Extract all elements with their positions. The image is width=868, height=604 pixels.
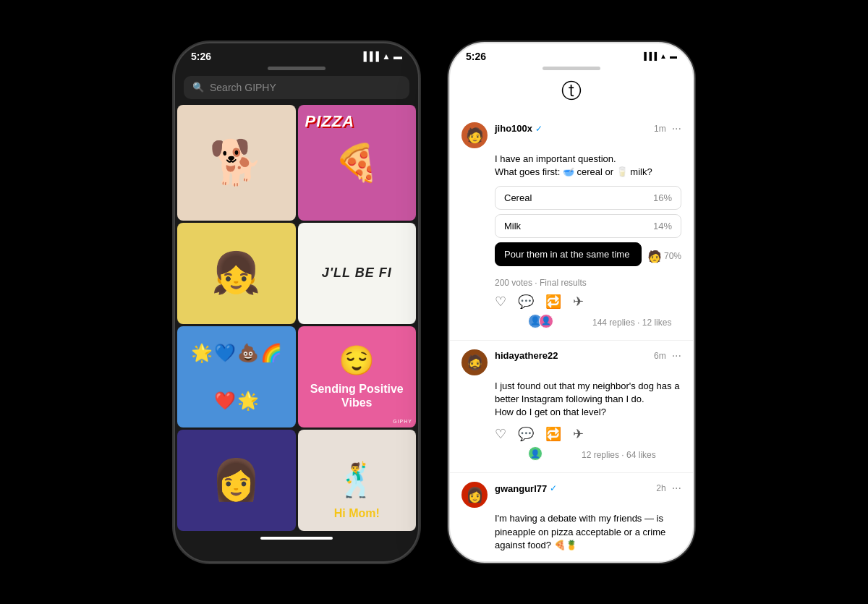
emoji6: 🌟	[237, 391, 259, 411]
time-2: 6m	[654, 351, 666, 361]
emoji3: 💩	[237, 343, 259, 363]
gif-woman[interactable]: 👩	[177, 430, 296, 531]
threads-logo-icon: ⓣ	[561, 77, 582, 105]
wifi-icon: ▲	[382, 51, 391, 61]
signal-icon: ▐▐▐	[361, 51, 380, 61]
poll-pct-milk: 14%	[653, 221, 672, 231]
more-icon-2[interactable]: ···	[672, 349, 681, 362]
username-row-3: gwangurl77 ✓	[495, 483, 557, 494]
gif-sending[interactable]: 😌 Sending Positive Vibes GIPHY	[298, 326, 417, 428]
book-text: J'LL BE FI	[322, 265, 392, 281]
poll-votes-1: 200 votes · Final results	[495, 278, 681, 288]
username-1[interactable]: jiho100x	[495, 123, 532, 134]
poll-1: Cereal 16% Milk 14% Pour them in at the …	[495, 186, 681, 271]
thread-stats-row-1: 👤 👤 144 replies · 12 likes	[495, 314, 681, 331]
thread-content-2: I just found out that my neighbor's dog …	[495, 380, 681, 420]
poll-label-milk: Milk	[504, 221, 521, 231]
gif-himom[interactable]: 🕺 Hi Mom!	[298, 430, 417, 531]
poll-option-cereal[interactable]: Cereal 16%	[495, 186, 681, 210]
gif-pizza[interactable]: PIZZA 🍕	[298, 105, 417, 221]
pizza-emoji: 🍕	[334, 142, 379, 184]
time-left: 5:26	[191, 51, 211, 62]
poll-option-pour[interactable]: Pour them in at the same time	[495, 242, 642, 266]
reply-avatar-1b: 👤	[539, 314, 553, 328]
himom-text: Hi Mom!	[334, 507, 380, 520]
username-row-2: hidayathere22	[495, 350, 558, 361]
more-icon-1[interactable]: ···	[672, 122, 681, 135]
thread-meta-2: hidayathere22 6m ···	[495, 349, 681, 362]
thread-content-1: I have an important question.What goes f…	[495, 153, 681, 179]
thread-header-3: 👩 gwangurl77 ✓ 2h ···	[461, 482, 681, 508]
signal-icon-right: ▐▐▐	[642, 52, 657, 60]
repost-action-2[interactable]: 🔁	[545, 426, 561, 442]
emoji1: 🌟	[191, 343, 213, 363]
sending-emoji: 😌	[339, 344, 375, 378]
poll-option-milk[interactable]: Milk 14%	[495, 214, 681, 238]
repost-action-1[interactable]: 🔁	[545, 294, 561, 310]
wifi-icon-right: ▲	[660, 52, 667, 60]
home-bar-left	[260, 537, 333, 540]
avatar-emoji-2: 🧔	[466, 354, 484, 371]
thread-item-2: 🧔 hidayathere22 6m ··· I just found out …	[450, 341, 693, 474]
username-3[interactable]: gwangurl77	[495, 483, 547, 494]
status-bar-left: 5:26 ▐▐▐ ▲ ▬	[175, 43, 418, 67]
gif-text-book[interactable]: J'LL BE FI	[298, 223, 417, 324]
thread-meta-3: gwangurl77 ✓ 2h ···	[495, 482, 681, 495]
share-action-1[interactable]: ✈	[573, 294, 584, 310]
user-row-3: gwangurl77 ✓ 2h ···	[495, 482, 681, 495]
search-icon: 🔍	[192, 82, 204, 93]
gif-girl[interactable]: 👧	[177, 223, 296, 324]
status-icons-left: ▐▐▐ ▲ ▬	[361, 51, 402, 61]
threads-phone: 5:26 ▐▐▐ ▲ ▬ ⓣ 🧑 jiho100x ✓ 1m	[448, 42, 694, 563]
gif-dog[interactable]: 🐕	[177, 105, 296, 221]
emoji4: 🌈	[260, 343, 282, 363]
reply-action-1[interactable]: 💬	[518, 294, 534, 310]
verified-1: ✓	[535, 124, 542, 134]
thread-actions-2: ♡ 💬 🔁 ✈	[495, 426, 681, 442]
thread-item-3: 👩 gwangurl77 ✓ 2h ··· I'm having a debat…	[450, 473, 693, 562]
giphy-search-bar[interactable]: 🔍 Search GIPHY	[184, 76, 409, 99]
user-row-1: jiho100x ✓ 1m ···	[495, 122, 681, 135]
time-right: 5:26	[466, 51, 486, 62]
like-action-1[interactable]: ♡	[495, 294, 506, 310]
search-input[interactable]: Search GIPHY	[210, 82, 276, 93]
battery-icon-right: ▬	[670, 52, 677, 60]
gif-grid: 🐕 PIZZA 🍕 👧 J'LL BE FI 🌟 💙 💩 🌈 ❤️ 🌟 😌 Se…	[175, 105, 418, 531]
avatar-1: 🧑	[461, 122, 488, 148]
thread-header-1: 🧑 jiho100x ✓ 1m ···	[461, 122, 681, 148]
notch-right	[542, 67, 600, 70]
emoji2: 💙	[214, 343, 236, 363]
thread-header-2: 🧔 hidayathere22 6m ···	[461, 349, 681, 375]
girl-emoji: 👧	[211, 250, 261, 297]
thread-stats-row-2: 👤 12 replies · 64 likes	[495, 446, 681, 464]
reply-avatars-1: 👤 👤	[528, 314, 553, 328]
reply-avatar-2a: 👤	[528, 446, 542, 461]
time-3: 2h	[656, 483, 665, 493]
reply-action-2[interactable]: 💬	[518, 426, 534, 442]
username-row-1: jiho100x ✓	[495, 123, 542, 134]
avatar-2: 🧔	[461, 349, 488, 375]
thread-content-3: I'm having a debate with my friends — is…	[495, 512, 681, 552]
like-action-2[interactable]: ♡	[495, 426, 506, 442]
thread-stats-2: 12 replies · 64 likes	[582, 450, 656, 460]
pizza-text: PIZZA	[305, 112, 355, 131]
woman-emoji: 👩	[211, 456, 261, 503]
status-icons-right: ▐▐▐ ▲ ▬	[642, 52, 677, 60]
dog-emoji: 🐕	[209, 137, 263, 188]
himom-person: 🕺	[336, 461, 377, 499]
notch-area-left	[175, 67, 418, 70]
avatar-emoji-3: 👩	[466, 486, 484, 503]
thread-stats-1: 144 replies · 12 likes	[592, 318, 671, 328]
poll-label-cereal: Cereal	[504, 192, 532, 203]
time-1: 1m	[654, 124, 666, 134]
home-indicator-left	[175, 531, 418, 543]
poll-option-row-pour: Pour them in at the same time 🧑 70%	[495, 242, 681, 271]
status-bar-right: 5:26 ▐▐▐ ▲ ▬	[450, 43, 693, 67]
pour-avatar-pct: 🧑 70%	[647, 250, 681, 263]
more-icon-3[interactable]: ···	[672, 482, 681, 495]
thread-actions-1: ♡ 💬 🔁 ✈	[495, 294, 681, 310]
avatar-emoji-1: 🧑	[466, 127, 484, 144]
username-2[interactable]: hidayathere22	[495, 350, 558, 361]
gif-emoji-wall[interactable]: 🌟 💙 💩 🌈 ❤️ 🌟	[177, 326, 296, 428]
share-action-2[interactable]: ✈	[573, 426, 584, 442]
